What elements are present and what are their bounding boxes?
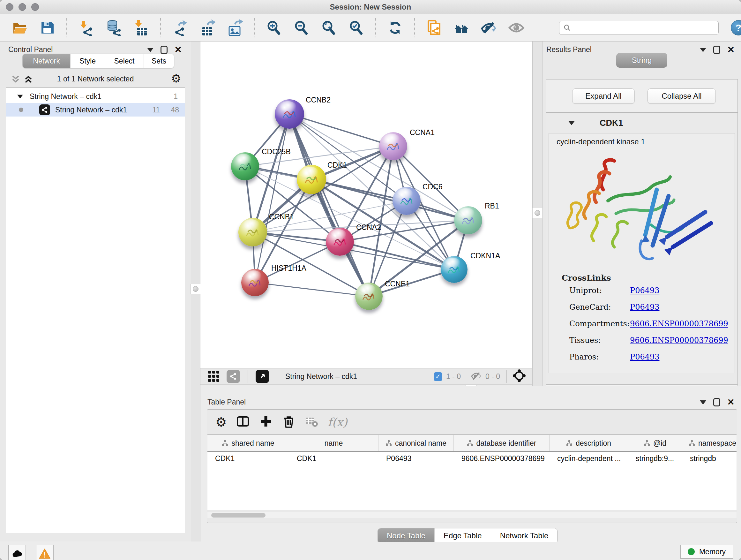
tab-network-table[interactable]: Network Table xyxy=(491,528,557,543)
function-builder-icon[interactable]: f(x) xyxy=(328,416,347,429)
first-neighbors-icon[interactable] xyxy=(453,19,470,36)
network-node-CCNB2[interactable] xyxy=(275,99,304,129)
add-column-icon[interactable] xyxy=(259,415,273,430)
network-node-HIST1H1A[interactable] xyxy=(241,269,269,296)
search-field[interactable] xyxy=(559,21,719,35)
zoom-out-icon[interactable] xyxy=(293,19,310,36)
import-network-from-database-icon[interactable] xyxy=(105,19,122,36)
panel-float-icon[interactable] xyxy=(160,46,167,54)
network-edge[interactable] xyxy=(340,242,454,269)
selected-checkbox-icon[interactable]: ✓ xyxy=(434,372,442,381)
panel-close-icon[interactable]: ✕ xyxy=(727,45,735,54)
show-columns-icon[interactable] xyxy=(236,415,250,430)
left-splitter-handle[interactable] xyxy=(191,284,201,294)
cloud-button[interactable] xyxy=(8,545,26,560)
tab-select[interactable]: Select xyxy=(105,54,144,68)
network-node-RB1[interactable] xyxy=(454,206,482,234)
crosslink-link[interactable]: P06493 xyxy=(630,303,660,312)
detach-view-icon[interactable] xyxy=(256,370,269,383)
crosslink-link[interactable]: P06493 xyxy=(630,353,660,361)
hidden-eye-icon[interactable] xyxy=(471,371,482,382)
network-options-gear-icon[interactable]: ⚙ xyxy=(171,73,181,84)
table-tabs: Node TableEdge TableNetwork Table xyxy=(378,528,557,543)
panel-menu-icon[interactable] xyxy=(147,48,153,52)
crosslink-link[interactable]: 9606.ENSP00000378699 xyxy=(630,319,728,328)
network-node-CCNA1[interactable] xyxy=(379,132,407,160)
clone-network-icon[interactable] xyxy=(426,19,442,36)
network-edge[interactable] xyxy=(312,179,468,220)
panel-float-icon[interactable] xyxy=(713,46,720,54)
import-network-icon[interactable] xyxy=(78,19,94,36)
network-edge[interactable] xyxy=(289,114,393,146)
save-session-icon[interactable] xyxy=(39,19,56,36)
tab-node-table[interactable]: Node Table xyxy=(378,528,434,543)
refresh-icon[interactable] xyxy=(387,19,403,36)
hide-selected-icon[interactable] xyxy=(481,19,497,36)
network-edge[interactable] xyxy=(255,283,369,296)
column-header-shared-name[interactable]: shared name xyxy=(207,435,289,451)
help-button[interactable]: ? xyxy=(731,20,741,36)
tab-style[interactable]: Style xyxy=(71,54,105,68)
network-node-CDKN1A[interactable] xyxy=(441,256,468,283)
import-table-icon[interactable] xyxy=(133,19,149,36)
network-node-CDC25B[interactable] xyxy=(231,152,259,180)
network-row[interactable]: String Network – cdk1 11 48 xyxy=(6,103,185,117)
tab-string[interactable]: String xyxy=(616,53,667,68)
center-view-icon[interactable] xyxy=(512,368,527,384)
panel-float-icon[interactable] xyxy=(713,398,720,407)
table-options-gear-icon[interactable]: ⚙ xyxy=(215,416,227,428)
zoom-selected-icon[interactable] xyxy=(348,19,364,36)
crosslink-link[interactable]: P06493 xyxy=(630,286,660,295)
column-header-namespace[interactable]: namespace xyxy=(682,435,737,451)
table-cell[interactable]: CDK1 xyxy=(289,452,379,465)
section-collapse-icon[interactable] xyxy=(568,121,575,125)
panel-menu-icon[interactable] xyxy=(700,400,706,405)
panel-menu-icon[interactable] xyxy=(700,48,706,52)
crosslink-link[interactable]: 9606.ENSP00000378699 xyxy=(630,336,728,345)
tab-network[interactable]: Network xyxy=(23,54,71,68)
network-node-CCNE1[interactable] xyxy=(355,283,383,310)
network-canvas[interactable]: CCNB2 CCNA1 CDC25B CDK1 CDC6 RB1 CCNB1 C… xyxy=(200,42,532,368)
column-header-name[interactable]: name xyxy=(289,435,379,451)
table-row[interactable]: CDK1CDK1P064939606.ENSP00000378699cyclin… xyxy=(207,452,737,465)
network-node-CCNB1[interactable] xyxy=(239,218,267,246)
expand-all-button[interactable]: Expand All xyxy=(572,88,635,104)
tab-edge-table[interactable]: Edge Table xyxy=(434,528,491,543)
network-node-CDK1[interactable] xyxy=(297,165,326,194)
memory-button[interactable]: Memory xyxy=(680,545,733,559)
collapse-all-button[interactable]: Collapse All xyxy=(648,88,716,104)
column-header-description[interactable]: description xyxy=(549,435,628,451)
panel-close-icon[interactable]: ✕ xyxy=(727,398,735,407)
export-image-icon[interactable] xyxy=(226,19,243,36)
table-cell[interactable]: stringdb xyxy=(682,452,737,465)
show-all-icon[interactable] xyxy=(508,19,525,36)
network-node-CCNA2[interactable] xyxy=(326,228,354,256)
delete-table-icon[interactable] xyxy=(305,415,319,430)
network-node-CDC6[interactable] xyxy=(393,187,421,215)
zoom-fit-icon[interactable] xyxy=(320,19,337,36)
table-cell[interactable]: CDK1 xyxy=(207,452,289,465)
column-header-@id[interactable]: @id xyxy=(628,435,682,451)
delete-column-icon[interactable] xyxy=(282,415,296,430)
tree-expand-icon[interactable] xyxy=(17,95,23,99)
table-cell[interactable]: P06493 xyxy=(379,452,454,465)
table-cell[interactable]: 9606.ENSP00000378699 xyxy=(454,452,549,465)
table-cell[interactable]: stringdb:9... xyxy=(628,452,682,465)
tab-sets[interactable]: Sets xyxy=(144,54,174,68)
search-input[interactable] xyxy=(571,23,715,32)
column-header-canonical-name[interactable]: canonical name xyxy=(379,435,454,451)
right-splitter-handle[interactable] xyxy=(532,208,542,218)
column-header-database-identifier[interactable]: database identifier xyxy=(454,435,549,451)
network-collection-row[interactable]: String Network – cdk1 1 xyxy=(6,90,185,103)
gene-section-header[interactable]: CDK1 xyxy=(546,113,738,133)
table-cell[interactable]: cyclin-dependent ... xyxy=(549,452,628,465)
warnings-button[interactable] xyxy=(36,545,54,560)
table-hscrollbar[interactable] xyxy=(207,512,737,518)
export-table-icon[interactable] xyxy=(199,19,216,36)
export-network-icon[interactable] xyxy=(172,19,188,36)
open-file-icon[interactable] xyxy=(11,19,28,36)
birds-eye-grid-icon[interactable] xyxy=(207,369,221,384)
hscrollbar-thumb[interactable] xyxy=(211,513,266,517)
panel-close-icon[interactable]: ✕ xyxy=(175,45,182,54)
zoom-in-icon[interactable] xyxy=(266,19,282,36)
